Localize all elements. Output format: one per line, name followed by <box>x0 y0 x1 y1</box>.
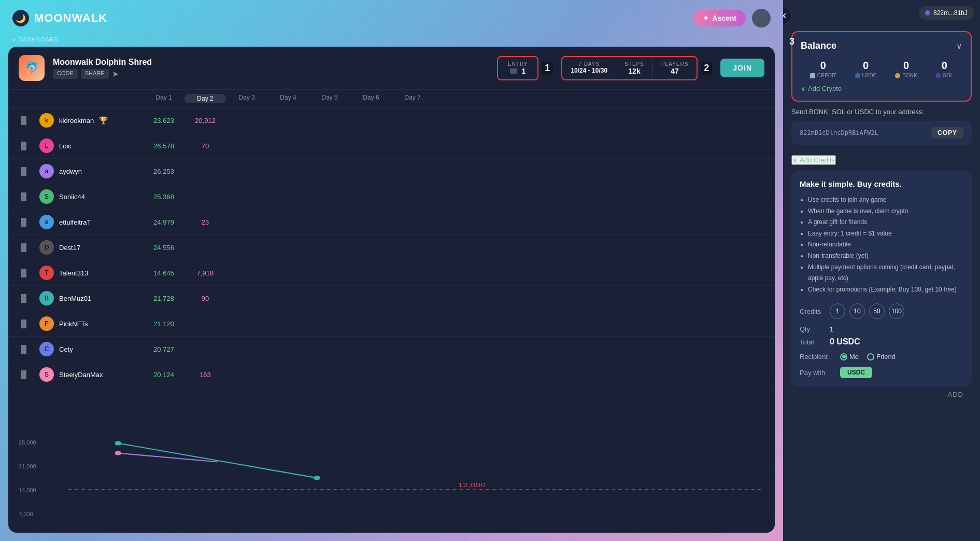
rank-icon: ▐▌ <box>19 269 29 277</box>
player-avatar: B <box>39 291 54 306</box>
table-row[interactable]: ▐▌ e ettulfeitraT 24,97923 <box>8 210 775 235</box>
add-crypto-button[interactable]: ∨ Add Crypto <box>801 85 842 92</box>
table-row[interactable]: ▐▌ S Soniic44 25,368 <box>8 184 775 210</box>
svg-text:12,000: 12,000 <box>458 481 486 488</box>
credit-dot <box>810 73 815 78</box>
chart-area: 28,000 21,000 14,000 7,000 12,000 <box>8 439 775 533</box>
bonk-label: BONK <box>895 73 917 78</box>
entry-stat-box: ENTRY 1 <box>497 56 538 80</box>
player-cell: k kidrookman 🏆 <box>39 113 143 128</box>
app-logo: 🌙 MOONWALK <box>12 10 107 26</box>
recipient-friend-option[interactable]: Friend <box>867 353 896 360</box>
player-avatar: P <box>39 316 54 331</box>
breadcrumb: « DASHBOARD <box>0 36 783 47</box>
pay-usdc-button[interactable]: USDC <box>840 367 872 378</box>
rank-cell: ▐▌ <box>19 268 39 278</box>
chart-y-7k: 7,000 <box>19 511 36 517</box>
rank-icon: ▐▌ <box>19 116 29 124</box>
day1-cell: 23,623 <box>143 117 184 124</box>
credit-amount-50[interactable]: 50 <box>869 303 885 319</box>
credit-amount-10[interactable]: 10 <box>849 303 865 319</box>
bonk-dot <box>895 73 900 78</box>
rank-icon: ▐▌ <box>19 294 29 302</box>
player-name: Dest17 <box>59 244 80 252</box>
join-button[interactable]: JOIN <box>720 59 764 77</box>
balance-chevron-icon[interactable]: ∨ <box>956 41 962 51</box>
credits-chevron-icon: ∨ <box>792 156 798 164</box>
table-row[interactable]: ▐▌ S SteelyDanMax 20,124163 <box>8 362 775 387</box>
chart-y-28k: 28,000 <box>19 439 36 446</box>
player-avatar: C <box>39 342 54 356</box>
player-name: aydwyn <box>59 168 82 175</box>
credit-coin: 0 CREDIT <box>810 60 836 78</box>
day1-cell: 25,368 <box>143 193 184 201</box>
chart-svg: 12,000 <box>19 439 764 528</box>
qty-label: Qty <box>800 325 826 333</box>
table-row[interactable]: ▐▌ k kidrookman 🏆 23,62320,912 <box>8 108 775 133</box>
day1-cell: 24,556 <box>143 244 184 252</box>
player-avatar: T <box>39 266 54 280</box>
table-row[interactable]: ▐▌ T Talent313 14,6457,918 <box>8 260 775 286</box>
period-value: 10/24 - 10/30 <box>571 67 607 74</box>
sol-coin: 0 SOL <box>935 60 953 78</box>
svg-point-4 <box>314 476 320 480</box>
radio-friend <box>867 353 874 360</box>
tag-code[interactable]: CODE <box>53 69 78 79</box>
col-day2[interactable]: Day 2 <box>184 94 226 103</box>
balance-coins: 0 CREDIT 0 USDC 0 BONK <box>801 60 962 78</box>
usdc-label: USDC <box>855 73 877 78</box>
balance-title: Balance <box>801 40 836 51</box>
day2-cell: 7,918 <box>184 269 226 277</box>
table-body: ▐▌ k kidrookman 🏆 23,62320,912▐▌ L Loic … <box>8 108 775 439</box>
player-name: Talent313 <box>59 269 88 277</box>
rank-icon: ▐▌ <box>19 370 29 379</box>
challenge-tags: CODE SHARE ➤ <box>53 69 489 79</box>
challenge-info: Moonwalk Dolphin Shred CODE SHARE ➤ <box>53 58 489 79</box>
entry-value: 1 <box>506 67 529 75</box>
add-final-button[interactable]: ADD <box>791 386 972 405</box>
entry-label: ENTRY <box>506 61 529 67</box>
rank-icon: ▐▌ <box>19 243 29 252</box>
total-row: Total 0 USDC <box>800 337 963 346</box>
col-day5: Day 5 <box>309 94 350 103</box>
day1-cell: 20,124 <box>143 371 184 379</box>
recipient-me-option[interactable]: Me <box>840 353 859 360</box>
table-row[interactable]: ▐▌ P PinkNFTs 21,120 <box>8 311 775 337</box>
table-row[interactable]: ▐▌ C Cety 20,727 <box>8 337 775 362</box>
players-stat: PLAYERS 47 <box>653 57 697 79</box>
col-player <box>39 94 143 103</box>
credits-label: Credits <box>800 308 826 315</box>
trophy-icon: 🏆 <box>99 116 108 124</box>
address-box: 822mD1cDlncDpRBiAFW2L COPY <box>791 121 972 145</box>
credit-amount-100[interactable]: 100 <box>889 303 904 319</box>
ascent-icon: ✦ <box>703 14 709 22</box>
main-content-card: 🐬 Moonwalk Dolphin Shred CODE SHARE ➤ EN… <box>8 47 775 533</box>
wallet-display[interactable]: 822m...81hJ <box>919 6 974 20</box>
player-cell: S SteelyDanMax <box>39 367 143 382</box>
table-row[interactable]: ▐▌ L Loic 26,57870 <box>8 133 775 159</box>
rank-cell: ▐▌ <box>19 116 39 125</box>
table-row[interactable]: ▐▌ D Dest17 24,556 <box>8 235 775 260</box>
add-credits-toggle[interactable]: ∨ Add Credits <box>791 155 836 165</box>
user-avatar[interactable] <box>752 9 771 27</box>
rank-icon: ▐▌ <box>19 345 29 353</box>
table-row[interactable]: ▐▌ B BenMuz01 21,72890 <box>8 286 775 311</box>
player-cell: T Talent313 <box>39 266 143 280</box>
send-icon[interactable]: ➤ <box>112 69 119 79</box>
day2-cell: 163 <box>184 371 226 379</box>
copy-address-button[interactable]: COPY <box>931 127 963 138</box>
pay-row: Pay with USDC <box>800 367 963 378</box>
recipient-row: Recipient Me Friend <box>800 353 963 360</box>
rank-icon: ▐▌ <box>19 142 29 150</box>
table-row[interactable]: ▐▌ a aydwyn 26,253 <box>8 159 775 184</box>
close-button[interactable]: ✕ <box>783 6 792 25</box>
tag-share[interactable]: SHARE <box>81 69 109 79</box>
credit-amount-1[interactable]: 1 <box>830 303 845 319</box>
player-avatar: S <box>39 367 54 382</box>
ascent-button[interactable]: ✦ Ascent <box>693 10 746 26</box>
day1-cell: 24,979 <box>143 218 184 226</box>
challenge-logo: 🐬 <box>19 55 45 81</box>
header-right: ✦ Ascent <box>693 9 771 27</box>
sol-amount: 0 <box>935 60 953 72</box>
steps-stat: STEPS 12k <box>616 57 653 79</box>
